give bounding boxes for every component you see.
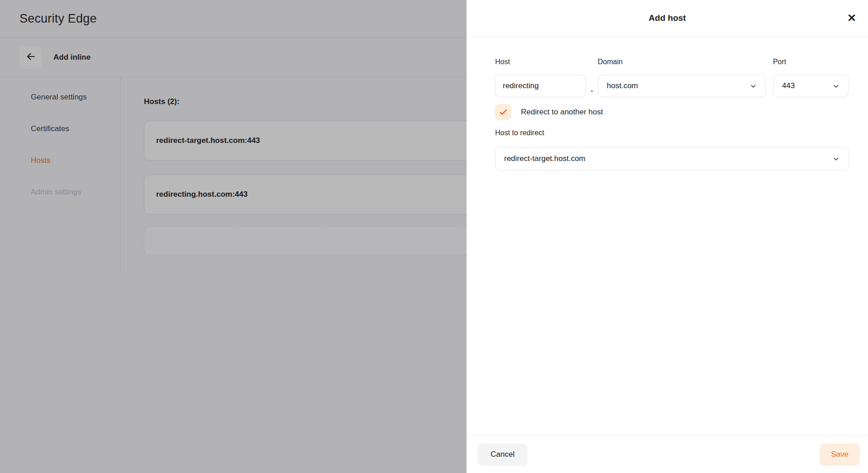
- host-field-row: Host . Domain host.com: [495, 58, 849, 97]
- port-label: Port: [773, 58, 849, 66]
- host-input[interactable]: [495, 75, 586, 97]
- drawer-title: Add host: [649, 13, 686, 23]
- host-label: Host: [495, 58, 586, 66]
- redirect-checkbox-label: Redirect to another host: [521, 108, 603, 117]
- domain-select[interactable]: host.com: [598, 75, 766, 97]
- redirect-checkbox[interactable]: [495, 104, 511, 120]
- host-to-redirect-value: redirect-target.host.com: [504, 154, 586, 163]
- host-to-redirect-select[interactable]: redirect-target.host.com: [495, 147, 849, 170]
- port-select-value: 443: [782, 81, 795, 90]
- chevron-down-icon: [833, 83, 839, 90]
- port-select[interactable]: 443: [773, 75, 849, 97]
- host-domain-separator: .: [586, 85, 598, 97]
- host-to-redirect-label: Host to redirect: [495, 129, 849, 137]
- chevron-down-icon: [750, 83, 757, 90]
- close-button[interactable]: ✕: [845, 11, 858, 25]
- drawer-header: Add host ✕: [467, 0, 868, 37]
- host-field-group: Host: [495, 58, 586, 97]
- domain-label: Domain: [598, 58, 766, 66]
- close-icon: ✕: [847, 12, 856, 24]
- domain-field-group: Domain host.com: [598, 58, 766, 97]
- port-field-group: Port 443: [773, 58, 849, 97]
- drawer-footer: Cancel Save: [467, 435, 868, 473]
- checkmark-icon: [498, 107, 508, 117]
- chevron-down-icon: [833, 156, 839, 162]
- redirect-checkbox-row: Redirect to another host: [495, 104, 849, 120]
- screen: Security Edge Add inline General setting…: [0, 0, 868, 473]
- save-button[interactable]: Save: [820, 444, 860, 466]
- drawer-body: Host . Domain host.com: [467, 37, 868, 170]
- cancel-button[interactable]: Cancel: [477, 444, 528, 466]
- add-host-drawer: Add host ✕ Host . Domain host.com: [467, 0, 868, 473]
- domain-select-value: host.com: [607, 81, 638, 90]
